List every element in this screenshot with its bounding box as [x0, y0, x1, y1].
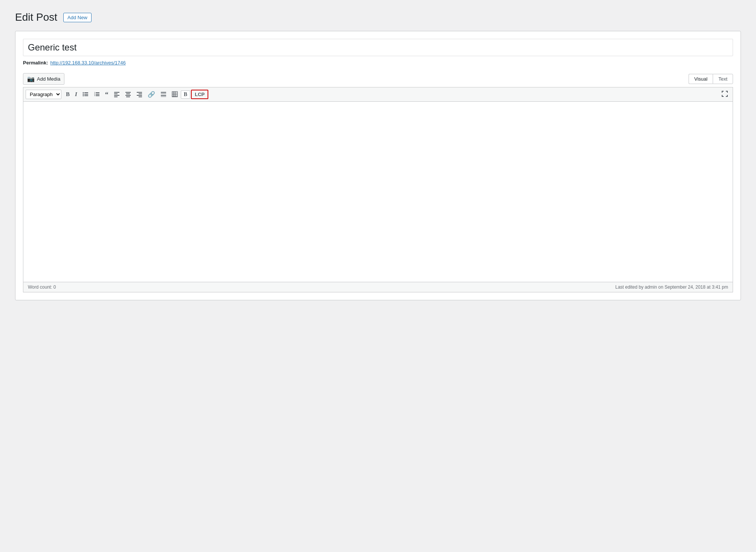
last-edited: Last edited by admin on September 24, 20… [615, 284, 728, 290]
media-icon: 📷 [27, 75, 35, 83]
page-title: Edit Post [15, 11, 57, 23]
blockquote-button[interactable]: “ [103, 90, 111, 99]
ul-icon [82, 91, 89, 97]
align-left-icon [114, 91, 120, 97]
horizontal-rule-button[interactable] [158, 90, 169, 99]
svg-rect-27 [161, 96, 166, 97]
editor-toolbar: Paragraph B I 1 2 3 “ [23, 87, 733, 101]
add-media-label: Add Media [37, 76, 60, 82]
svg-rect-7 [96, 94, 99, 95]
svg-rect-18 [125, 95, 131, 96]
add-media-button[interactable]: 📷 Add Media [23, 73, 64, 85]
svg-rect-12 [114, 92, 119, 93]
bold-button[interactable]: B [64, 90, 72, 99]
svg-point-5 [82, 95, 84, 96]
link-button[interactable]: 🔗 [145, 90, 157, 99]
svg-rect-19 [126, 96, 130, 97]
add-new-button[interactable]: Add New [63, 13, 92, 22]
svg-rect-2 [84, 95, 88, 96]
permalink-row: Permalink: http://192.168.33.10/archives… [23, 60, 733, 66]
lcp-button[interactable]: LCP [191, 90, 208, 99]
svg-rect-22 [137, 95, 142, 96]
post-title-input[interactable] [23, 39, 733, 56]
fullscreen-icon [721, 90, 728, 97]
svg-point-4 [82, 93, 84, 95]
svg-rect-1 [84, 94, 88, 95]
align-center-icon [125, 91, 131, 97]
align-right-button[interactable] [134, 90, 145, 99]
svg-rect-13 [114, 93, 118, 94]
svg-rect-14 [114, 95, 119, 96]
align-center-button[interactable] [123, 90, 133, 99]
svg-rect-25 [161, 93, 166, 94]
table-button[interactable] [170, 90, 180, 99]
svg-rect-17 [126, 93, 130, 94]
svg-text:3: 3 [94, 95, 95, 96]
svg-rect-20 [137, 92, 142, 93]
visual-text-tabs: Visual Text [689, 74, 733, 84]
italic-button[interactable]: I [73, 90, 79, 99]
editor-body[interactable] [23, 101, 733, 282]
svg-rect-26 [161, 95, 166, 96]
tab-visual[interactable]: Visual [689, 74, 713, 84]
tab-text[interactable]: Text [713, 74, 733, 84]
table-icon [172, 91, 178, 97]
svg-rect-16 [125, 92, 131, 93]
svg-rect-21 [139, 93, 142, 94]
svg-rect-0 [84, 92, 88, 93]
editor-container: Permalink: http://192.168.33.10/archives… [15, 31, 741, 300]
align-left-button[interactable] [111, 90, 122, 99]
word-count: Word count: 0 [28, 284, 56, 290]
svg-rect-6 [96, 92, 99, 93]
paragraph-select[interactable]: Paragraph [26, 90, 61, 99]
svg-rect-15 [114, 96, 118, 97]
svg-rect-23 [139, 96, 142, 97]
ol-icon: 1 2 3 [94, 91, 100, 97]
custom-bold-button[interactable]: B [181, 90, 190, 99]
svg-rect-8 [96, 95, 99, 96]
fullscreen-button[interactable] [719, 89, 730, 100]
unordered-list-button[interactable] [80, 90, 91, 99]
permalink-link[interactable]: http://192.168.33.10/archives/1746 [50, 60, 125, 66]
hr-icon [160, 91, 166, 97]
editor-footer: Word count: 0 Last edited by admin on Se… [23, 282, 733, 292]
editor-toolbar-top: 📷 Add Media Visual Text [23, 73, 733, 85]
align-right-icon [136, 91, 142, 97]
permalink-label: Permalink: [23, 60, 48, 66]
svg-rect-24 [161, 92, 166, 93]
page-header: Edit Post Add New [15, 11, 741, 23]
ordered-list-button[interactable]: 1 2 3 [92, 90, 102, 99]
svg-point-3 [82, 92, 84, 93]
